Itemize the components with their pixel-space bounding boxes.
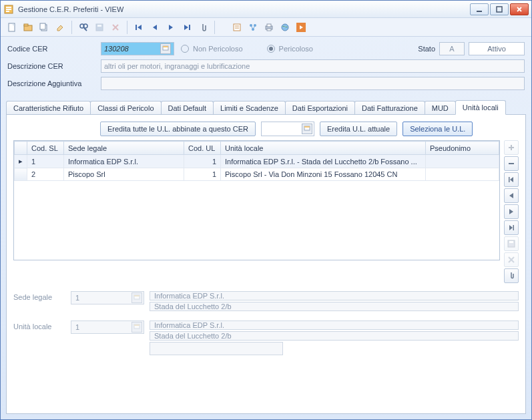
svg-marker-51	[509, 193, 513, 198]
codice-picker-icon[interactable]	[160, 43, 171, 54]
svg-rect-3	[6, 11, 9, 12]
radio-pericoloso-label: Pericoloso	[279, 45, 313, 53]
copy-icon[interactable]	[37, 20, 51, 35]
find-icon[interactable]	[76, 20, 91, 35]
first-icon[interactable]	[131, 20, 146, 35]
erase-icon[interactable]	[53, 20, 67, 35]
codice-label: Codice CER	[7, 45, 101, 53]
svg-rect-13	[40, 23, 45, 29]
titlebar: Gestione C.E.R. Preferiti - VIEW	[1, 1, 531, 18]
radio-non-pericoloso[interactable]	[181, 45, 189, 53]
svg-rect-37	[267, 24, 271, 27]
tab-mud[interactable]: MUD	[425, 101, 456, 115]
svg-rect-4	[477, 11, 482, 12]
side-save-icon	[504, 236, 519, 251]
svg-rect-49	[509, 177, 510, 182]
table-row[interactable]: ▸ 1 Informatica EDP S.r.l. 1 Informatica…	[15, 155, 499, 168]
tab-fatturazione[interactable]: Dati Fatturazione	[354, 101, 425, 115]
table-row[interactable]: 2 Piscopo Srl 1 Piscopo Srl - Via Don Mi…	[15, 168, 499, 181]
last-icon[interactable]	[180, 20, 194, 35]
svg-rect-5	[497, 7, 502, 12]
row-indicator-icon: ▸	[15, 155, 27, 168]
svg-rect-11	[24, 24, 28, 26]
btn-eredita-attuale[interactable]: Eredita U.L. attuale	[320, 122, 397, 136]
maximize-button[interactable]	[490, 3, 509, 15]
new-icon[interactable]	[5, 20, 19, 35]
svg-point-39	[282, 24, 288, 31]
next-icon[interactable]	[164, 20, 178, 35]
detail-unita-code: 1	[71, 321, 144, 334]
tab-dati-default[interactable]: Dati Default	[161, 101, 214, 115]
detail-unita-label: Unità locale	[13, 321, 71, 331]
svg-rect-27	[189, 25, 190, 30]
attachment-icon[interactable]	[196, 20, 210, 35]
descrizione-label: Descrizione CER	[7, 62, 101, 70]
side-last-icon[interactable]	[504, 220, 519, 235]
col-pseudo[interactable]: Pseudonimo	[426, 142, 499, 155]
close-button[interactable]	[510, 3, 529, 15]
side-first-icon[interactable]	[504, 172, 519, 187]
delete-icon	[108, 20, 123, 35]
app-icon	[3, 4, 14, 15]
side-attach-icon[interactable]	[504, 268, 519, 283]
header-form: Codice CER 130208 Non Pericoloso Pericol…	[1, 37, 531, 95]
detail-sede-addr: Stada del Lucchetto 2/b	[150, 302, 519, 311]
svg-marker-24	[153, 25, 157, 30]
print-icon[interactable]	[262, 20, 276, 35]
stato-code: A	[439, 42, 465, 55]
detail-sede-code: 1	[71, 291, 144, 304]
svg-marker-53	[509, 225, 513, 230]
codice-input[interactable]: 130208	[101, 42, 174, 55]
side-prev-icon[interactable]	[504, 188, 519, 203]
svg-marker-23	[138, 25, 142, 30]
side-delete-icon	[504, 252, 519, 267]
svg-rect-43	[163, 46, 168, 47]
radio-pericoloso[interactable]	[267, 45, 275, 53]
globe-action-icon[interactable]	[278, 20, 292, 35]
side-add-icon	[504, 140, 519, 155]
stato-text: Attivo	[469, 42, 525, 55]
svg-rect-2	[6, 9, 11, 10]
svg-rect-38	[267, 29, 271, 31]
radio-non-pericoloso-label: Non Pericoloso	[193, 45, 243, 53]
filter-picker-icon[interactable]	[302, 124, 312, 134]
btn-eredita-tutte[interactable]: Eredita tutte le U.L. abbinate a questo …	[100, 122, 256, 136]
list-action-icon[interactable]	[230, 20, 244, 35]
svg-rect-45	[304, 126, 310, 128]
tree-action-icon[interactable]	[246, 20, 260, 35]
col-unita[interactable]: Unità locale	[221, 142, 426, 155]
play-action-icon[interactable]	[294, 20, 308, 35]
tab-limiti[interactable]: Limiti e Scadenze	[213, 101, 286, 115]
svg-rect-1	[6, 7, 11, 8]
detail-sede-label: Sede legale	[13, 291, 71, 301]
unita-grid[interactable]: Cod. SL Sede legale Cod. UL Unità locale…	[13, 140, 500, 260]
side-remove-icon[interactable]	[504, 156, 519, 171]
svg-rect-60	[134, 295, 140, 296]
open-icon[interactable]	[21, 20, 35, 35]
col-codul[interactable]: Cod. UL	[184, 142, 221, 155]
minimize-button[interactable]	[470, 3, 489, 15]
save-icon	[92, 20, 107, 35]
filter-input[interactable]	[261, 122, 314, 136]
col-codsl[interactable]: Cod. SL	[27, 142, 64, 155]
svg-marker-50	[510, 177, 513, 182]
window-title: Gestione C.E.R. Preferiti - VIEW	[18, 5, 470, 13]
descrizione-agg-input[interactable]	[101, 77, 525, 90]
tab-caratteristiche[interactable]: Caratteristiche Rifiuto	[6, 101, 91, 115]
btn-seleziona[interactable]: Seleziona le U.L.	[403, 122, 473, 136]
svg-rect-28	[234, 24, 240, 31]
col-sede[interactable]: Sede legale	[64, 142, 184, 155]
main-toolbar	[1, 18, 531, 37]
svg-rect-62	[134, 325, 140, 326]
grid-side-toolbar	[504, 140, 519, 283]
side-next-icon[interactable]	[504, 204, 519, 219]
detail-unita-extra	[150, 342, 283, 355]
prev-icon[interactable]	[148, 20, 162, 35]
svg-rect-54	[513, 225, 515, 230]
tab-unita-locali[interactable]: Unità locali	[455, 100, 506, 115]
svg-marker-25	[169, 25, 173, 30]
tab-esportazioni[interactable]: Dati Esportazioni	[285, 101, 355, 115]
svg-marker-14	[57, 25, 63, 31]
detail-unita-addr: Stada del Lucchetto 2/b	[150, 331, 519, 341]
tab-classi[interactable]: Classi di Pericolo	[90, 101, 161, 115]
